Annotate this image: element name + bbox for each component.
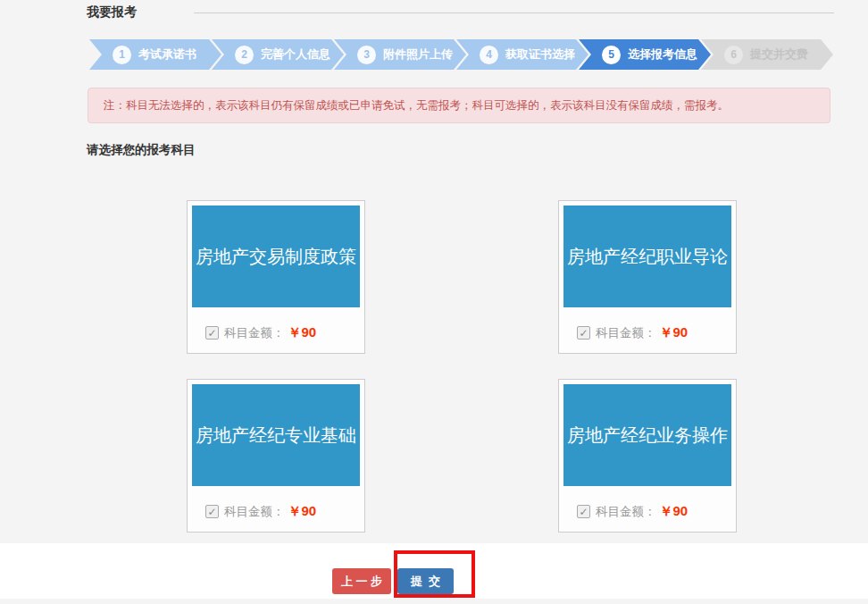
step-label: 获取证书选择 xyxy=(505,46,575,63)
submit-button[interactable]: 提 交 xyxy=(397,568,454,594)
fee-amount: ￥90 xyxy=(288,324,317,341)
subject-card: 房地产交易制度政策 ✓ 科目金额： ￥90 xyxy=(187,200,365,354)
page-title: 我要报考 xyxy=(87,4,137,21)
step-label: 考试承诺书 xyxy=(138,46,196,63)
fee-amount: ￥90 xyxy=(660,503,689,520)
subject-card: 房地产经纪专业基础 ✓ 科目金额： ￥90 xyxy=(187,379,365,533)
subject-card: 房地产经纪职业导论 ✓ 科目金额： ￥90 xyxy=(558,200,737,354)
title-divider xyxy=(194,13,834,13)
subject-checkbox-checked[interactable]: ✓ xyxy=(577,326,590,340)
subject-checkbox-checked[interactable]: ✓ xyxy=(577,505,590,518)
subject-tile[interactable]: 房地产交易制度政策 xyxy=(192,206,360,307)
fee-row: ✓ 科目金额： ￥90 xyxy=(577,324,688,341)
step-number-badge: 5 xyxy=(602,46,621,64)
step-number-badge: 6 xyxy=(724,46,743,64)
subject-checkbox-checked[interactable]: ✓ xyxy=(205,326,219,340)
step-label: 完善个人信息 xyxy=(261,46,330,63)
step-4-certificate-select: 4 获取证书选择 xyxy=(456,39,588,70)
step-number-badge: 3 xyxy=(357,46,376,64)
step-number-badge: 2 xyxy=(235,46,254,64)
subject-checkbox-checked[interactable]: ✓ xyxy=(205,505,219,518)
step-label: 附件照片上传 xyxy=(383,46,453,63)
previous-step-button[interactable]: 上 一 步 xyxy=(332,568,391,594)
check-icon: ✓ xyxy=(579,328,588,339)
exam-registration-page: 我要报考 1 考试承诺书 2 完善个人信息 3 附件照片上传 4 获取证书选择 … xyxy=(0,0,868,604)
check-icon: ✓ xyxy=(579,507,588,517)
fee-row: ✓ 科目金额： ￥90 xyxy=(577,503,688,520)
check-icon: ✓ xyxy=(207,507,216,517)
subject-tile[interactable]: 房地产经纪业务操作 xyxy=(563,384,731,486)
fee-label: 科目金额： xyxy=(224,325,285,341)
step-2-personal-info: 2 完善个人信息 xyxy=(212,39,344,70)
step-6-submit-and-pay: 6 提交并交费 xyxy=(701,39,833,70)
subject-card: 房地产经纪业务操作 ✓ 科目金额： ￥90 xyxy=(558,379,737,533)
step-label: 提交并交费 xyxy=(750,46,808,63)
section-label: 请选择您的报考科目 xyxy=(87,142,196,158)
fee-label: 科目金额： xyxy=(596,325,656,341)
fee-row: ✓ 科目金额： ￥90 xyxy=(205,503,316,520)
step-5-select-exam-info: 5 选择报考信息 xyxy=(579,39,711,70)
step-label: 选择报考信息 xyxy=(628,46,697,63)
step-3-photo-upload: 3 附件照片上传 xyxy=(334,39,466,70)
step-number-badge: 1 xyxy=(113,46,131,64)
notice-banner: 注：科目无法选择的，表示该科目仍有保留成绩或已申请免试，无需报考；科目可选择的，… xyxy=(88,88,830,123)
step-number-badge: 4 xyxy=(480,46,498,64)
fee-amount: ￥90 xyxy=(288,503,317,520)
fee-label: 科目金额： xyxy=(224,504,285,520)
subject-tile[interactable]: 房地产经纪职业导论 xyxy=(563,206,731,307)
fee-row: ✓ 科目金额： ￥90 xyxy=(205,324,316,341)
step-1-exam-pledge: 1 考试承诺书 xyxy=(89,39,221,70)
fee-label: 科目金额： xyxy=(596,504,656,520)
fee-amount: ￥90 xyxy=(660,324,689,341)
check-icon: ✓ xyxy=(207,328,216,339)
subject-tile[interactable]: 房地产经纪专业基础 xyxy=(192,384,360,486)
